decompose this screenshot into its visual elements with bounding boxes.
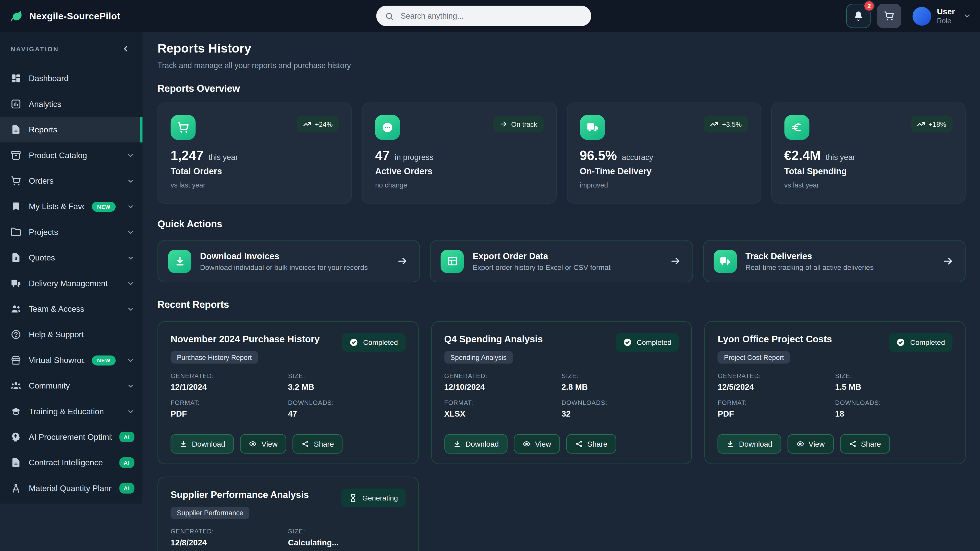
trending-up-icon	[710, 120, 718, 128]
sidebar-collapse-button[interactable]	[119, 42, 132, 56]
stat-value: 1,247	[171, 148, 204, 163]
stat-card-total-spending: +18% €2.4M this year Total Spending vs l…	[771, 103, 966, 204]
chevron-down-icon	[127, 254, 134, 262]
chevron-down-icon	[127, 177, 134, 184]
ai-badge: AI	[119, 483, 134, 494]
quick-action-track-deliveries[interactable]: Track Deliveries Real-time tracking of a…	[703, 240, 966, 283]
sidebar-item-training-education[interactable]: Training & Education	[0, 399, 142, 424]
avatar	[913, 6, 931, 25]
sidebar-item-delivery-management[interactable]: Delivery Management	[0, 270, 142, 296]
new-badge: NEW	[92, 355, 116, 365]
notification-count-badge: 2	[863, 0, 875, 12]
chevron-down-icon	[127, 305, 134, 313]
report-file-icon	[11, 124, 21, 135]
leaf-logo-icon	[11, 10, 23, 22]
sidebar-item-quotes[interactable]: $ Quotes	[0, 245, 142, 270]
report-tag: Project Cost Report	[718, 351, 790, 363]
quick-action-description: Download individual or bulk invoices for…	[200, 264, 388, 271]
eye-icon	[249, 440, 257, 448]
field-label: GENERATED:	[718, 372, 835, 379]
generated-value: 12/10/2024	[444, 382, 562, 392]
sidebar-item-product-catalog[interactable]: Product Catalog	[0, 142, 142, 168]
stat-note: no change	[375, 181, 407, 189]
generated-value: 12/5/2024	[718, 382, 835, 392]
check-circle-icon	[349, 338, 358, 347]
field-label: SIZE:	[835, 372, 953, 379]
stat-suffix: this year	[826, 153, 855, 162]
sidebar-item-dashboard[interactable]: Dashboard	[0, 65, 142, 91]
truck-icon	[719, 256, 731, 267]
sidebar-item-material-quantity-planner[interactable]: Material Quantity Planner AI	[0, 475, 142, 501]
field-label: FORMAT:	[718, 399, 835, 406]
stat-suffix: accuracy	[622, 153, 653, 162]
storefront-icon	[11, 355, 21, 365]
drafting-compass-icon	[11, 483, 21, 494]
view-button[interactable]: View	[514, 434, 560, 454]
chevron-down-icon	[127, 382, 134, 389]
sidebar-item-reports[interactable]: Reports	[0, 117, 142, 142]
cart-button[interactable]	[877, 4, 901, 28]
quick-action-download-invoices[interactable]: Download Invoices Download individual or…	[158, 240, 420, 283]
main-content: Reports History Track and manage all you…	[142, 32, 980, 551]
notifications-button[interactable]: 2	[846, 4, 871, 28]
share-button[interactable]: Share	[293, 434, 343, 454]
chevron-down-icon	[127, 228, 134, 236]
user-name: User	[937, 7, 955, 17]
sidebar-item-analytics[interactable]: Analytics	[0, 91, 142, 117]
sidebar-item-contract-intelligence[interactable]: Contract Intelligence AI	[0, 450, 142, 475]
sidebar-header: NAVIGATION	[0, 42, 142, 59]
archive-box-icon	[11, 150, 21, 161]
size-value: 3.2 MB	[288, 382, 406, 392]
truck-icon	[586, 121, 598, 134]
user-role: Role	[937, 17, 955, 25]
sidebar-item-community[interactable]: Community	[0, 373, 142, 399]
recent-reports-heading: Recent Reports	[158, 299, 966, 310]
recent-reports-grid: November 2024 Purchase History Completed…	[158, 321, 966, 551]
spreadsheet-icon	[447, 256, 458, 267]
eye-icon	[796, 440, 804, 448]
sidebar-item-my-lists-favorites[interactable]: My Lists & Favorites NEW	[0, 194, 142, 219]
sidebar-item-ai-procurement-optimizer[interactable]: AI Procurement Optimizer AI	[0, 424, 142, 450]
stat-card-on-time-delivery: +3.5% 96.5% accuracy On-Time Delivery im…	[566, 103, 761, 204]
sidebar-item-help-support[interactable]: Help & Support	[0, 322, 142, 347]
share-button[interactable]: Share	[566, 434, 616, 454]
download-icon	[727, 440, 735, 448]
truck-icon-tile	[579, 115, 605, 140]
quick-action-export-order-data[interactable]: Export Order Data Export order history t…	[430, 240, 693, 283]
new-badge: NEW	[92, 202, 116, 211]
cart-icon	[884, 11, 894, 21]
trend-badge: On track	[493, 116, 543, 132]
sidebar-item-orders[interactable]: Orders	[0, 168, 142, 194]
arrow-right-icon	[397, 256, 408, 267]
view-button[interactable]: View	[788, 434, 834, 454]
share-button[interactable]: Share	[840, 434, 890, 454]
download-button[interactable]: Download	[718, 434, 781, 454]
contract-file-icon	[11, 457, 21, 468]
search-input[interactable]	[399, 11, 583, 21]
sidebar-item-projects[interactable]: Projects	[0, 219, 142, 245]
stat-suffix: this year	[208, 153, 238, 162]
view-button[interactable]: View	[240, 434, 286, 454]
trending-up-icon	[303, 120, 311, 128]
download-button[interactable]: Download	[171, 434, 234, 454]
downloads-value: 47	[288, 409, 406, 418]
report-card: Lyon Office Project Costs Completed Proj…	[705, 321, 966, 464]
download-button[interactable]: Download	[444, 434, 508, 454]
report-title: November 2024 Purchase History	[171, 333, 336, 345]
eye-icon	[522, 440, 531, 448]
graduation-cap-icon	[11, 406, 21, 417]
trend-badge: +18%	[910, 116, 953, 132]
generated-value: 12/8/2024	[171, 537, 288, 547]
arrow-right-icon	[500, 120, 508, 128]
ai-badge: AI	[119, 432, 134, 442]
field-label: SIZE:	[562, 372, 679, 379]
trend-badge: +3.5%	[704, 116, 748, 132]
check-circle-icon	[623, 338, 632, 347]
user-menu[interactable]: User Role	[913, 6, 971, 25]
sidebar-item-team-access[interactable]: Team & Access	[0, 296, 142, 322]
users-icon	[11, 303, 21, 314]
top-header: Nexgile-SourcePilot 2 User Role	[0, 0, 980, 32]
sidebar-item-virtual-showrooms[interactable]: Virtual Showrooms NEW	[0, 348, 142, 373]
trend-badge: +24%	[297, 116, 339, 132]
field-label: GENERATED:	[171, 372, 288, 379]
